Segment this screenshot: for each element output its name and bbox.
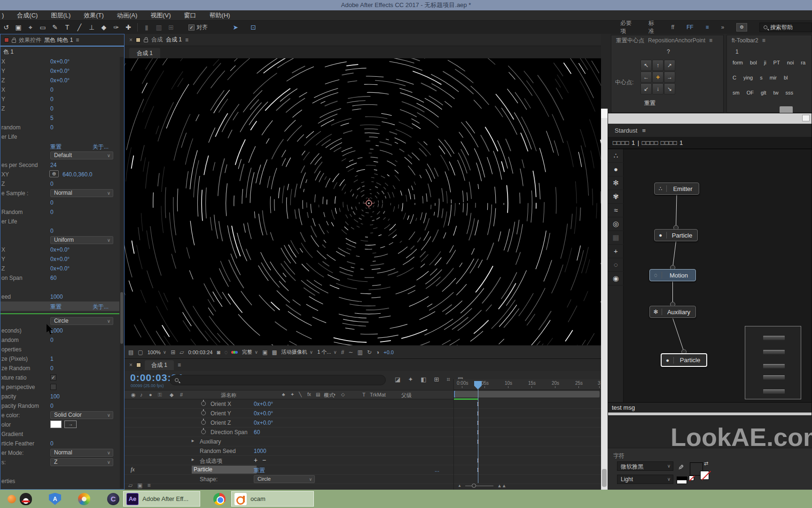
timeline-property-row[interactable]: fx▼Particle重置... [125, 465, 453, 475]
turbulence-tool-icon[interactable]: ✾ [608, 190, 624, 204]
comp-name[interactable]: 合成 1 [166, 36, 182, 44]
window-button[interactable] [802, 115, 810, 121]
timeline-property-row[interactable]: Orient Y0x+0.0° [125, 409, 453, 418]
stroke-color-swatch[interactable] [700, 471, 709, 480]
ft-button-pt[interactable]: PT [773, 60, 780, 65]
puppet-pin-tool[interactable]: ✚ [122, 24, 134, 31]
timeline-property-row[interactable]: Direction Span60 [125, 428, 453, 437]
timeline-property-row[interactable]: ►合成选项+ − [125, 456, 453, 465]
workspace-tab-ff[interactable]: FF [687, 24, 694, 31]
stopwatch-icon[interactable] [201, 429, 206, 434]
stardust-window-chrome[interactable] [608, 113, 812, 124]
snapshot-icon[interactable]: ◙ [217, 349, 220, 356]
layer-tab-label[interactable]: 黑色 纯色 1 [44, 36, 73, 44]
property-value[interactable]: 0 [50, 228, 54, 234]
eyedropper-icon[interactable]: ✎ [678, 463, 684, 472]
ft-button-of[interactable]: OF [747, 90, 754, 95]
composition-viewer[interactable] [125, 58, 601, 345]
property-value[interactable]: 0x+0.0° [50, 68, 70, 74]
timeline-tab[interactable]: 合成 1 [145, 360, 174, 370]
font-family-select[interactable]: 微软雅黑∨ [617, 461, 673, 471]
timeline-property-row[interactable]: ►Auxiliary [125, 437, 453, 446]
align-checkbox[interactable]: ✓ [188, 24, 195, 31]
property-value[interactable]: 0 [50, 337, 54, 343]
view-layout-select[interactable]: 1 个...∨ [317, 349, 337, 356]
wave-tool-icon[interactable]: ≈ [608, 204, 624, 217]
ft-button-tw[interactable]: tw [773, 90, 779, 95]
ft-button-sm[interactable]: sm [733, 90, 740, 95]
exposure-value[interactable]: +0.0 [383, 349, 394, 355]
mode-column[interactable]: 模式 [324, 392, 334, 399]
menu-item-t[interactable]: 效果(T) [84, 11, 104, 20]
anchor-arrow-button-4[interactable]: + [652, 71, 664, 83]
viewer-timecode[interactable]: 0:00:03:24 [188, 349, 212, 355]
ft-button-ra[interactable]: ra [801, 60, 805, 65]
stopwatch-icon[interactable] [201, 420, 206, 425]
camera-tool[interactable]: ▣ [12, 24, 24, 31]
reset-link[interactable]: 重置 [50, 143, 62, 151]
workspace-tab-≡[interactable]: ≡ [706, 24, 709, 31]
anchor-arrow-button-7[interactable]: ↓ [652, 83, 664, 95]
taskbar-qq[interactable] [17, 491, 36, 507]
property-value[interactable]: 0 [50, 181, 54, 187]
effect-controls-header[interactable]: 效果控件 黑色 纯色 1 ≡ [0, 34, 124, 47]
anchor-reset-button[interactable]: 重置 [644, 99, 656, 107]
flowchart-icon[interactable]: ▤ [128, 349, 133, 356]
row-value[interactable]: 0x+0.0° [254, 401, 273, 407]
help-button[interactable]: ? [667, 48, 670, 55]
panel-menu-icon[interactable]: ≡ [762, 37, 765, 44]
panel-menu-icon[interactable]: ≡ [76, 37, 79, 43]
keyframe-mark[interactable]: I [475, 438, 481, 445]
stopwatch-icon[interactable] [201, 411, 206, 415]
timeline-search-input[interactable] [170, 375, 386, 385]
property-value[interactable]: 5 [50, 115, 54, 121]
stardust-node-graph[interactable]: ∴Emitter●Particle◌Motion✻Auxiliary●Parti… [624, 149, 812, 402]
clone-stamp-tool[interactable]: ⊥ [86, 24, 98, 31]
selected-effect-name[interactable]: Particle [192, 466, 257, 474]
keyframe-mark[interactable]: I [475, 457, 481, 464]
property-value[interactable]: 1000 [50, 294, 63, 300]
about-link[interactable]: 关于... [93, 143, 109, 151]
preset-item[interactable] [763, 336, 785, 340]
lock-icon[interactable]: ⚿ [158, 392, 162, 398]
row-value[interactable]: 0x+0.0° [254, 410, 273, 417]
ft-button-ji[interactable]: ji [764, 60, 766, 65]
brush-tool[interactable]: ╱ [73, 24, 86, 31]
property-dropdown[interactable]: Uniform∨ [50, 236, 113, 244]
video-eye-icon[interactable]: ◉ [131, 392, 136, 398]
property-value[interactable]: 0x+0.0° [50, 77, 70, 84]
workspace-settings-button[interactable]: ⚙ [736, 23, 747, 32]
reset-exposure-icon[interactable]: ◑ [376, 349, 379, 356]
property-dropdown[interactable]: Circle∨ [50, 317, 113, 325]
motion-blur-master-icon[interactable]: ⌗ [446, 376, 450, 383]
gradient-edit-button[interactable]: → [64, 421, 77, 428]
shape-tool[interactable]: ▭ [37, 24, 49, 31]
solo-icon[interactable]: ● [149, 392, 152, 397]
node-particle-2[interactable]: ●Particle [661, 353, 707, 367]
audio-icon[interactable]: ♪ [140, 392, 143, 397]
ft-button-glt[interactable]: glt [761, 90, 766, 95]
menu-item-[interactable]: ) [2, 12, 4, 19]
property-dropdown[interactable]: Normal∨ [50, 449, 113, 457]
property-value[interactable]: 0x+0.0° [50, 265, 70, 272]
rotate-tool[interactable]: ↺ [0, 24, 12, 31]
workspace-tab-必要项[interactable]: 必要项 [620, 19, 636, 35]
comp-flow-icon[interactable]: ↻ [367, 349, 372, 356]
options-link[interactable]: ... [435, 467, 439, 473]
ft-button-bol[interactable]: bol [750, 60, 757, 65]
ft-button-ying[interactable]: ying [743, 75, 753, 80]
property-dropdown[interactable]: Z∨ [50, 458, 113, 466]
field-tool-icon[interactable]: ◎ [608, 217, 624, 231]
type-tool[interactable]: T [61, 24, 73, 31]
close-icon[interactable]: × [129, 37, 133, 43]
expand-modes-icon[interactable]: ▣ [137, 482, 142, 489]
property-value[interactable]: 0x+0.0° [50, 58, 70, 65]
resolution-select[interactable]: 完整∨ [242, 349, 258, 356]
source-name-column[interactable]: 源名称 [221, 392, 236, 399]
row-value[interactable]: 1000 [254, 448, 266, 454]
ft-toolbar-header[interactable]: ft-Toolbar2 ≡ [727, 35, 812, 46]
anchor-arrow-button-0[interactable]: ↖ [640, 60, 652, 71]
anchor-arrow-button-6[interactable]: ↙ [640, 83, 652, 95]
property-value[interactable]: 0 [50, 96, 54, 103]
property-value[interactable]: 0 [50, 403, 54, 409]
